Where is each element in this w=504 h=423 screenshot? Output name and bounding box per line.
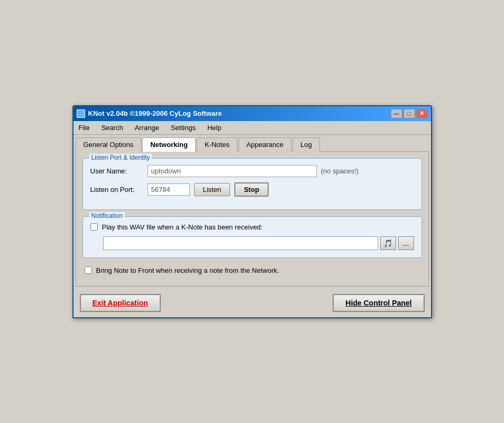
listen-port-group: Listen Port & Identity User Name: (no sp…	[83, 158, 422, 210]
stop-button[interactable]: Stop	[234, 182, 269, 197]
menu-arrange[interactable]: Arrange	[133, 123, 161, 133]
port-row: Listen on Port: Listen Stop	[90, 182, 414, 197]
minimize-button[interactable]: —	[391, 109, 402, 118]
username-hint: (no spaces!)	[321, 167, 359, 175]
username-input[interactable]	[148, 165, 317, 177]
tab-general-options[interactable]: General Options	[76, 137, 142, 152]
wav-file-input[interactable]	[103, 236, 378, 250]
menu-help[interactable]: Help	[205, 123, 224, 133]
bring-front-label: Bring Note to Front when receiving a not…	[96, 266, 279, 274]
notification-group: Notification Play this WAV file when a K…	[83, 216, 422, 258]
play-wav-button[interactable]: 🎵	[380, 236, 396, 250]
menu-file[interactable]: File	[77, 123, 92, 133]
username-label: User Name:	[90, 167, 143, 175]
menu-bar: File Search Arrange Settings Help	[74, 121, 431, 135]
wav-checkbox-label: Play this WAV file when a K-Note has bee…	[102, 223, 263, 231]
browse-wav-button[interactable]: ...	[398, 236, 414, 250]
tab-knotes[interactable]: K-Notes	[197, 137, 237, 152]
tabs-bar: General Options Networking K-Notes Appea…	[74, 135, 431, 151]
wav-file-row: 🎵 ...	[103, 236, 414, 250]
notification-group-legend: Notification	[89, 212, 125, 219]
tab-appearance[interactable]: Appearance	[239, 137, 291, 152]
window-title: KNot v2.04b ©1999-2006 CyLog Software	[88, 109, 222, 117]
app-icon	[77, 109, 85, 118]
username-row: User Name: (no spaces!)	[90, 165, 414, 177]
bring-front-checkbox[interactable]	[85, 266, 92, 274]
wav-checkbox-row: Play this WAV file when a K-Note has bee…	[90, 223, 414, 231]
tab-log[interactable]: Log	[292, 137, 320, 152]
tab-networking[interactable]: Networking	[142, 137, 196, 152]
menu-search[interactable]: Search	[99, 123, 125, 133]
port-label: Listen on Port:	[90, 186, 143, 194]
close-button[interactable]: ✕	[416, 109, 428, 118]
listen-button[interactable]: Listen	[194, 183, 231, 196]
hide-control-panel-button[interactable]: Hide Control Panel	[333, 294, 424, 312]
maximize-button[interactable]: □	[404, 109, 415, 118]
main-window: KNot v2.04b ©1999-2006 CyLog Software — …	[72, 105, 432, 318]
wav-checkbox[interactable]	[90, 223, 98, 231]
title-buttons: — □ ✕	[391, 109, 428, 118]
play-icon: 🎵	[383, 239, 392, 247]
menu-settings[interactable]: Settings	[169, 123, 198, 133]
listen-group-legend: Listen Port & Identity	[89, 154, 152, 161]
content-area: Listen Port & Identity User Name: (no sp…	[76, 151, 429, 287]
footer: Exit Application Hide Control Panel	[74, 289, 431, 317]
bring-front-row: Bring Note to Front when receiving a not…	[85, 266, 422, 274]
port-input[interactable]	[148, 183, 190, 196]
exit-application-button[interactable]: Exit Application	[80, 294, 161, 312]
browse-icon: ...	[403, 239, 409, 247]
title-bar-left: KNot v2.04b ©1999-2006 CyLog Software	[77, 109, 222, 118]
title-bar: KNot v2.04b ©1999-2006 CyLog Software — …	[74, 106, 431, 121]
